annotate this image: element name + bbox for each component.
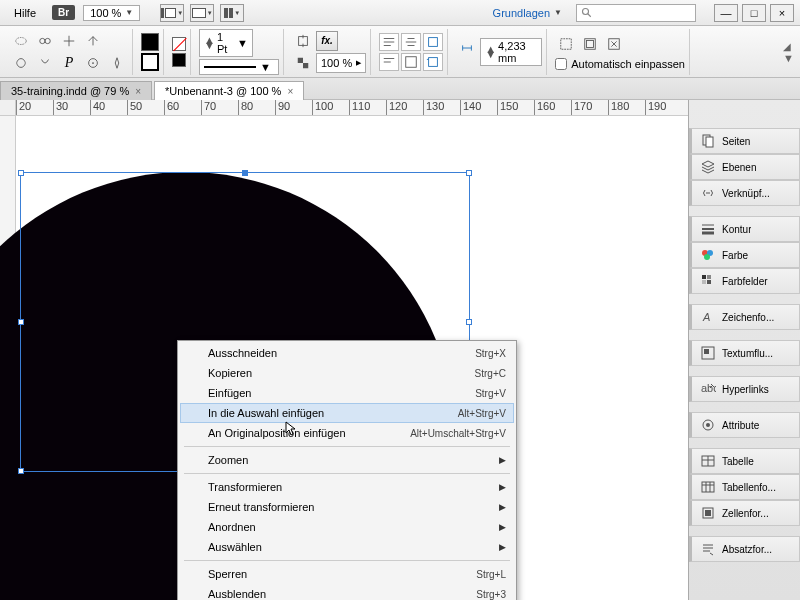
menu-separator bbox=[184, 560, 510, 561]
resize-handle[interactable] bbox=[466, 319, 472, 325]
canvas-area[interactable]: 2030405060708090100110120130140150160170… bbox=[0, 100, 688, 600]
context-menu-item[interactable]: An Originalposition einfügenAlt+Umschalt… bbox=[180, 423, 514, 443]
svg-rect-29 bbox=[706, 137, 713, 147]
context-menu-item[interactable]: Transformieren▶ bbox=[180, 477, 514, 497]
submenu-arrow-icon: ▶ bbox=[499, 542, 506, 552]
context-menu-item[interactable]: Auswählen▶ bbox=[180, 537, 514, 557]
view-mode-button-3[interactable]: ▼ bbox=[220, 4, 244, 22]
context-menu-item[interactable]: AusblendenStrg+3 bbox=[180, 584, 514, 600]
context-menu-item[interactable]: Zoomen▶ bbox=[180, 450, 514, 470]
panel-tab-attributes[interactable]: Attribute bbox=[689, 412, 800, 438]
close-tab-icon[interactable]: × bbox=[287, 86, 293, 97]
color-icon bbox=[700, 247, 716, 263]
stroke-style-dropdown[interactable]: ▼ bbox=[199, 59, 279, 75]
resize-handle[interactable] bbox=[18, 170, 24, 176]
type-on-path-icon[interactable]: P bbox=[58, 53, 80, 73]
context-menu-item[interactable]: EinfügenStrg+V bbox=[180, 383, 514, 403]
wrap-icon[interactable] bbox=[423, 53, 443, 71]
menu-help[interactable]: Hilfe bbox=[6, 4, 44, 22]
maximize-button[interactable]: □ bbox=[742, 4, 766, 22]
close-button[interactable]: × bbox=[770, 4, 794, 22]
menu-item-label: Ausblenden bbox=[208, 588, 476, 600]
panel-tab-tablefmt[interactable]: Tabellenfo... bbox=[689, 474, 800, 500]
align-icon[interactable] bbox=[379, 33, 399, 51]
swatches-icon bbox=[700, 273, 716, 289]
tool-icon[interactable] bbox=[34, 31, 56, 51]
panel-tab-textwrap[interactable]: Textumflu... bbox=[689, 340, 800, 366]
resize-handle[interactable] bbox=[18, 319, 24, 325]
align-icon[interactable] bbox=[401, 53, 421, 71]
panel-label: Zellenfor... bbox=[722, 508, 769, 519]
panel-tab-layers[interactable]: Ebenen bbox=[689, 154, 800, 180]
stroke-swatch[interactable] bbox=[141, 53, 159, 71]
autofit-checkbox[interactable] bbox=[555, 58, 567, 70]
horizontal-ruler[interactable]: 2030405060708090100110120130140150160170… bbox=[16, 100, 688, 116]
tool-icon[interactable] bbox=[10, 31, 32, 51]
effects-button[interactable]: fx. bbox=[316, 31, 338, 51]
panel-tab-links[interactable]: Verknüpf... bbox=[689, 180, 800, 206]
wrap-icon[interactable] bbox=[423, 33, 443, 51]
tool-icon[interactable] bbox=[82, 31, 104, 51]
context-menu-item[interactable]: In die Auswahl einfügenAlt+Strg+V bbox=[180, 403, 514, 423]
tool-icon[interactable] bbox=[82, 53, 104, 73]
menu-item-label: Erneut transformieren bbox=[208, 501, 499, 513]
toolbar-options-button[interactable]: ◢▼ bbox=[783, 40, 794, 63]
hyperlinks-icon: abc bbox=[700, 381, 716, 397]
panel-tab-pages[interactable]: Seiten bbox=[689, 128, 800, 154]
menubar: Hilfe Br 100 %▼ ▼ ▼ ▼ Grundlagen▼ — □ × bbox=[0, 0, 800, 26]
svg-point-6 bbox=[92, 62, 94, 64]
menu-shortcut: Alt+Umschalt+Strg+V bbox=[410, 428, 506, 439]
fill-swatch[interactable] bbox=[141, 33, 159, 51]
document-tab[interactable]: *Unbenannt-3 @ 100 %× bbox=[154, 81, 304, 100]
document-tab[interactable]: 35-training.indd @ 79 %× bbox=[0, 81, 152, 100]
panel-tab-color[interactable]: Farbe bbox=[689, 242, 800, 268]
context-menu-item[interactable]: AusschneidenStrg+X bbox=[180, 343, 514, 363]
panel-tab-hyperlinks[interactable]: abcHyperlinks bbox=[689, 376, 800, 402]
fit-icon[interactable] bbox=[579, 34, 601, 54]
view-mode-button-2[interactable]: ▼ bbox=[190, 4, 214, 22]
workspace-switcher[interactable]: Grundlagen▼ bbox=[487, 5, 568, 21]
svg-rect-26 bbox=[587, 40, 594, 47]
tool-icon[interactable] bbox=[10, 53, 32, 73]
tool-icon[interactable] bbox=[34, 53, 56, 73]
cellfmt-icon bbox=[700, 505, 716, 521]
panel-tab-char[interactable]: AZeichenfo... bbox=[689, 304, 800, 330]
close-tab-icon[interactable]: × bbox=[135, 86, 141, 97]
zoom-dropdown[interactable]: 100 %▼ bbox=[83, 5, 140, 21]
context-menu-item[interactable]: SperrenStrg+L bbox=[180, 564, 514, 584]
minimize-button[interactable]: — bbox=[714, 4, 738, 22]
resize-handle[interactable] bbox=[18, 468, 24, 474]
window-controls: — □ × bbox=[714, 4, 794, 22]
dimension-input[interactable]: ▲▼4,233 mm bbox=[480, 38, 542, 66]
context-menu-item[interactable]: Erneut transformieren▶ bbox=[180, 497, 514, 517]
search-input[interactable] bbox=[576, 4, 696, 22]
panel-group: SeitenEbenenVerknüpf... bbox=[689, 128, 800, 206]
panel-tab-cellfmt[interactable]: Zellenfor... bbox=[689, 500, 800, 526]
resize-handle[interactable] bbox=[466, 170, 472, 176]
align-icon[interactable] bbox=[379, 53, 399, 71]
context-menu-item[interactable]: Anordnen▶ bbox=[180, 517, 514, 537]
table-icon bbox=[700, 453, 716, 469]
panel-tab-stroke[interactable]: Kontur bbox=[689, 216, 800, 242]
svg-point-45 bbox=[706, 423, 710, 427]
stroke-weight-input[interactable]: ▲▼1 Pt▼ bbox=[199, 29, 253, 57]
fit-icon[interactable] bbox=[555, 34, 577, 54]
resize-handle[interactable] bbox=[242, 170, 248, 176]
tool-icon[interactable] bbox=[58, 31, 80, 51]
none-swatch[interactable] bbox=[172, 37, 186, 51]
target-icon[interactable] bbox=[292, 31, 314, 51]
tool-icon[interactable] bbox=[106, 53, 128, 73]
swap-swatch[interactable] bbox=[172, 53, 186, 67]
panel-tab-swatches[interactable]: Farbfelder bbox=[689, 268, 800, 294]
panel-tab-parastyle[interactable]: Absatzfor... bbox=[689, 536, 800, 562]
align-icon[interactable] bbox=[401, 33, 421, 51]
fit-icon[interactable] bbox=[603, 34, 625, 54]
bridge-button[interactable]: Br bbox=[52, 5, 75, 20]
panel-tab-table[interactable]: Tabelle bbox=[689, 448, 800, 474]
ruler-origin[interactable] bbox=[0, 100, 16, 116]
attributes-icon bbox=[700, 417, 716, 433]
context-menu-item[interactable]: KopierenStrg+C bbox=[180, 363, 514, 383]
opacity-input[interactable]: 100 %▶ bbox=[316, 53, 366, 73]
tab-label: 35-training.indd @ 79 % bbox=[11, 85, 129, 97]
view-mode-button-1[interactable]: ▼ bbox=[160, 4, 184, 22]
